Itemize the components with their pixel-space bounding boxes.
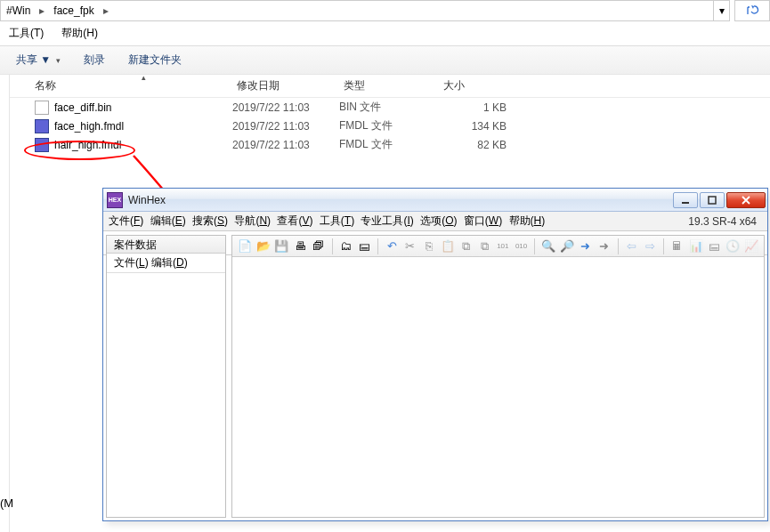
cut-icon[interactable]: ✂ [401,238,419,254]
breadcrumb-bar[interactable]: #Win ▸ face_fpk ▸ ▾ [0,0,730,21]
col-header-date[interactable]: 修改日期 [237,78,344,93]
new-icon[interactable]: 📄 [236,238,254,254]
file-name: face_high.fmdl [54,120,232,133]
menu-item[interactable]: 工具(T) [320,214,354,227]
col-header-name[interactable]: 名称 [10,78,237,93]
winhex-title: WinHex [128,194,166,206]
forward-icon[interactable]: ⇨ [641,238,659,254]
menu-tools[interactable]: 工具(T) [9,26,44,41]
print-icon[interactable]: 🖶 [291,238,309,254]
disk-snap-icon[interactable]: 🖴 [706,238,724,254]
analyze-icon[interactable]: 📊 [687,238,705,254]
paste-icon[interactable]: 📋 [439,238,457,254]
file-size: 134 KB [439,120,507,133]
breadcrumb-arrow-icon[interactable]: ▸ [36,4,48,17]
copy-block-icon[interactable]: ⧉ [457,238,474,254]
back-icon[interactable]: ⇦ [622,238,640,254]
hex-101-icon[interactable]: 101 [494,238,512,254]
menu-help[interactable]: 帮助(H) [61,26,98,41]
clock-icon[interactable]: 🕓 [724,238,742,254]
undo-icon[interactable]: ↶ [383,238,401,254]
close-button[interactable] [726,192,766,208]
minimize-button[interactable] [673,192,698,208]
winhex-titlebar[interactable]: HEX WinHex [103,189,767,212]
file-date: 2019/7/22 11:03 [232,101,339,114]
chart-icon[interactable]: 📈 [742,238,760,254]
new-folder-button[interactable]: 新建文件夹 [128,52,182,68]
svg-rect-0 [682,202,689,204]
menu-item[interactable]: 编辑(D) [151,256,188,269]
refresh-button[interactable] [734,0,770,21]
separator [534,238,535,254]
fmdl-file-icon [35,138,49,152]
maximize-button[interactable] [700,192,725,208]
menu-item[interactable]: 查看(V) [277,214,312,227]
menu-item[interactable]: 窗口(W) [464,214,502,227]
file-name: hair_high.fmdl [54,139,232,151]
bin-file-icon [35,101,49,115]
menu-item[interactable]: 文件(F) [109,214,143,227]
window-controls [671,192,766,208]
sort-ascending-icon: ▴ [142,73,146,82]
separator [377,238,378,254]
menu-item[interactable]: 编辑(E) [150,214,186,227]
breadcrumb-item[interactable]: #Win [1,1,36,20]
sidebar-menu: 文件(L) 编辑(D) [107,254,225,273]
column-headers: ▴ 名称 修改日期 类型 大小 [10,75,770,98]
file-size: 1 KB [439,101,507,114]
refresh-icon [744,4,760,17]
left-margin [0,75,10,532]
svg-rect-1 [709,197,716,204]
table-row[interactable]: face_diff.bin2019/7/22 11:03BIN 文件1 KB [10,98,770,117]
breadcrumb-item[interactable]: face_fpk [48,1,99,20]
winhex-logo-icon: HEX [107,192,123,208]
save-icon[interactable]: 💾 [273,238,291,254]
file-date: 2019/7/22 11:03 [232,139,339,151]
properties-icon[interactable]: 🗊 [310,238,328,254]
breadcrumb-dropdown-icon[interactable]: ▾ [713,1,729,20]
separator [618,238,619,254]
table-row[interactable]: hair_high.fmdl2019/7/22 11:03FMDL 文件82 K… [10,135,770,154]
share-button[interactable]: 共享 ▼ [16,52,61,68]
goto-alt-icon[interactable]: ➜ [596,238,613,254]
calc-icon[interactable]: 🖩 [669,238,686,254]
menu-item[interactable]: 帮助(H) [509,214,546,227]
col-header-size[interactable]: 大小 [443,78,511,93]
burn-button[interactable]: 刻录 [84,52,105,68]
minimize-icon [681,196,690,205]
close-icon [741,196,751,205]
disk-icon[interactable]: 🖴 [356,238,374,254]
file-type: FMDL 文件 [339,118,439,133]
open-icon[interactable]: 📂 [255,238,272,254]
col-header-type[interactable]: 类型 [344,78,443,93]
menu-item[interactable]: 导航(N) [234,214,271,227]
maximize-icon [708,196,717,205]
file-type: BIN 文件 [339,100,439,115]
separator [663,238,664,254]
find-hex-icon[interactable]: 🔎 [558,238,576,254]
file-name: face_diff.bin [54,101,232,114]
explorer-menu: 工具(T) 帮助(H) [0,21,770,46]
explorer-toolbar: 共享 ▼ 刻录 新建文件夹 [0,46,770,75]
copy-icon[interactable]: ⎘ [420,238,438,254]
paste-block-icon[interactable]: ⧉ [475,238,493,254]
truncated-label: (M [0,496,13,510]
menu-item[interactable]: 搜索(S) [192,214,228,227]
winhex-main: 📄 📂 💾 🖶 🗊 🗂 🖴 ↶ ✂ ⎘ 📋 ⧉ ⧉ 101 010 🔍 🔎 ➜ … [231,235,765,518]
menu-item[interactable]: 文件(L) [114,256,149,269]
winhex-window: HEX WinHex 文件(F) 编辑(E) 搜索(S) 导航(N) 查看(V)… [102,188,768,521]
table-row[interactable]: face_high.fmdl2019/7/22 11:03FMDL 文件134 … [10,117,770,135]
menu-item[interactable]: 选项(O) [420,214,457,227]
folder-browse-icon[interactable]: 🗂 [337,238,355,254]
find-icon[interactable]: 🔍 [539,238,557,254]
winhex-version: 19.3 SR-4 x64 [688,215,762,228]
file-type: FMDL 文件 [339,137,439,152]
sidebar-title: 案件数据 [107,236,225,254]
goto-icon[interactable]: ➜ [577,238,595,254]
breadcrumb-arrow-icon[interactable]: ▸ [100,4,112,17]
menu-item[interactable]: 专业工具(I) [361,214,413,227]
hex-010-icon[interactable]: 010 [513,238,531,254]
fmdl-file-icon [35,119,49,133]
file-date: 2019/7/22 11:03 [232,120,339,133]
file-size: 82 KB [439,139,507,151]
